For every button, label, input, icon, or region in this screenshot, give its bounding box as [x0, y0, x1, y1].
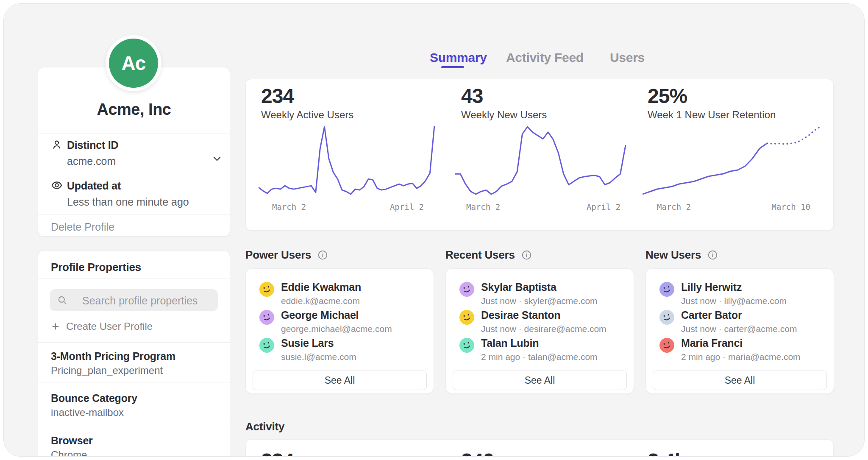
- company-avatar-initials: Ac: [109, 39, 158, 88]
- info-icon[interactable]: [707, 249, 718, 261]
- distinct-id-value: acme.com: [67, 155, 116, 167]
- user-name: Talan Lubin: [481, 337, 598, 349]
- section-title: Power Users: [245, 248, 311, 262]
- user-row[interactable]: Susie Lars susie.l@acme.com: [259, 337, 425, 362]
- property-name: Browser: [51, 435, 93, 447]
- property-value: Chrome: [51, 449, 87, 457]
- profile-properties-search: [50, 289, 218, 311]
- section-title: Recent Users: [445, 248, 515, 262]
- activity-stat-value: 3.4k: [648, 449, 685, 457]
- recent-users-card: Skylar Baptista Just now · skyler@acme.c…: [445, 268, 634, 394]
- tab-summary[interactable]: Summary: [430, 50, 487, 65]
- search-input[interactable]: [81, 289, 213, 312]
- see-all-button[interactable]: See All: [653, 371, 827, 390]
- x-axis-label: March 2: [466, 202, 500, 212]
- user-detail: Just now · carter@acme.com: [681, 324, 797, 334]
- distinct-id-label: Distinct ID: [67, 139, 118, 151]
- divider: [38, 279, 230, 279]
- stat-label: Week 1 New User Retention: [648, 109, 776, 121]
- activity-card: 234 240 3.4k: [245, 439, 834, 457]
- property-name: Bounce Category: [51, 392, 137, 404]
- user-detail: Just now · lilly@acme.com: [681, 296, 787, 306]
- user-name: Eddie Kwakman: [281, 281, 361, 293]
- user-name: Susie Lars: [281, 337, 356, 349]
- profile-card: Acme, Inc Distinct ID acme.com Updated a…: [38, 67, 230, 237]
- user-row[interactable]: George Michael george.michael@acme.com: [259, 309, 425, 334]
- weekly-active-users-panel: 234 Weekly Active Users March 2 April 2: [259, 79, 442, 230]
- app-frame: Ac Acme, Inc Distinct ID acme.com Update…: [3, 3, 865, 457]
- x-axis-label: March 10: [771, 202, 810, 212]
- divider: [38, 215, 230, 215]
- user-row[interactable]: Desirae Stanton Just now · desirare@acme…: [459, 309, 625, 334]
- user-avatar: [659, 310, 674, 325]
- x-axis-label: April 2: [390, 202, 424, 212]
- user-avatar: [459, 338, 474, 353]
- stat-value: 234: [261, 84, 294, 108]
- user-detail: eddie.k@acme.com: [281, 296, 361, 306]
- see-all-button[interactable]: See All: [453, 371, 627, 390]
- company-avatar: Ac: [106, 35, 161, 91]
- user-avatar: [459, 310, 474, 325]
- x-axis-label: March 2: [272, 202, 306, 212]
- delete-profile-button[interactable]: Delete Profile: [51, 221, 114, 233]
- profile-properties-title: Profile Properties: [51, 261, 141, 274]
- user-name: Skylar Baptista: [481, 281, 598, 293]
- divider: [38, 382, 230, 382]
- person-icon: [51, 139, 63, 151]
- user-name: George Michael: [281, 309, 392, 321]
- property-name: 3-Month Pricing Program: [51, 350, 175, 362]
- user-name: Carter Bator: [681, 309, 797, 321]
- recent-users-heading: Recent Users: [445, 248, 532, 262]
- user-row[interactable]: Talan Lubin 2 min ago · talan@acme.com: [459, 337, 625, 362]
- user-name: Maria Franci: [681, 337, 801, 349]
- stat-value: 25%: [648, 84, 687, 108]
- user-detail: 2 min ago · talan@acme.com: [481, 352, 598, 362]
- user-avatar: [659, 282, 674, 297]
- retention-chart: [643, 123, 826, 198]
- active-tab-underline: [441, 66, 464, 68]
- divider: [38, 174, 230, 174]
- activity-heading: Activity: [245, 420, 284, 433]
- divider: [38, 423, 230, 423]
- user-row[interactable]: Carter Bator Just now · carter@acme.com: [659, 309, 825, 334]
- activity-stat-value: 240: [461, 449, 494, 457]
- user-name: Desirae Stanton: [481, 309, 606, 321]
- user-avatar: [259, 282, 274, 297]
- weekly-new-users-panel: 43 Weekly New Users March 2 April 2: [455, 79, 638, 230]
- see-all-button[interactable]: See All: [253, 371, 427, 390]
- weekly-active-users-chart: [259, 123, 442, 198]
- info-icon[interactable]: [317, 249, 328, 261]
- eye-icon: [50, 179, 64, 191]
- weekly-new-users-chart: [455, 123, 638, 198]
- new-users-heading: New Users: [645, 248, 718, 262]
- tab-activity-feed[interactable]: Activity Feed: [506, 50, 584, 65]
- info-icon[interactable]: [521, 249, 532, 261]
- create-user-profile-button[interactable]: Create User Profile: [51, 321, 153, 332]
- property-value: inactive-mailbox: [51, 407, 124, 418]
- user-detail: george.michael@acme.com: [281, 324, 392, 334]
- user-avatar: [259, 338, 274, 353]
- section-title: New Users: [645, 248, 701, 262]
- stat-label: Weekly New Users: [461, 109, 547, 121]
- create-user-profile-label: Create User Profile: [66, 321, 153, 332]
- divider: [38, 342, 230, 343]
- user-detail: 2 min ago · maria@acme.com: [681, 352, 801, 362]
- tab-users[interactable]: Users: [610, 50, 645, 65]
- stat-value: 43: [461, 84, 483, 108]
- stat-label: Weekly Active Users: [261, 109, 353, 121]
- user-row[interactable]: Lilly Herwitz Just now · lilly@acme.com: [659, 281, 825, 306]
- user-avatar: [659, 338, 674, 353]
- profile-properties-card: Profile Properties Create User Profile 3…: [38, 251, 230, 457]
- updated-at-label: Updated at: [67, 180, 121, 192]
- power-users-card: Eddie Kwakman eddie.k@acme.com George Mi…: [245, 268, 434, 394]
- user-row[interactable]: Eddie Kwakman eddie.k@acme.com: [259, 281, 425, 306]
- x-axis-label: April 2: [587, 202, 620, 212]
- power-users-heading: Power Users: [245, 248, 328, 262]
- company-name: Acme, Inc: [38, 100, 230, 119]
- chevron-down-icon[interactable]: [211, 153, 223, 164]
- user-row[interactable]: Skylar Baptista Just now · skyler@acme.c…: [459, 281, 625, 306]
- updated-at-value: Less than one minute ago: [67, 196, 189, 208]
- user-detail: Just now · skyler@acme.com: [481, 296, 598, 306]
- user-row[interactable]: Maria Franci 2 min ago · maria@acme.com: [659, 337, 825, 362]
- user-avatar: [459, 282, 474, 297]
